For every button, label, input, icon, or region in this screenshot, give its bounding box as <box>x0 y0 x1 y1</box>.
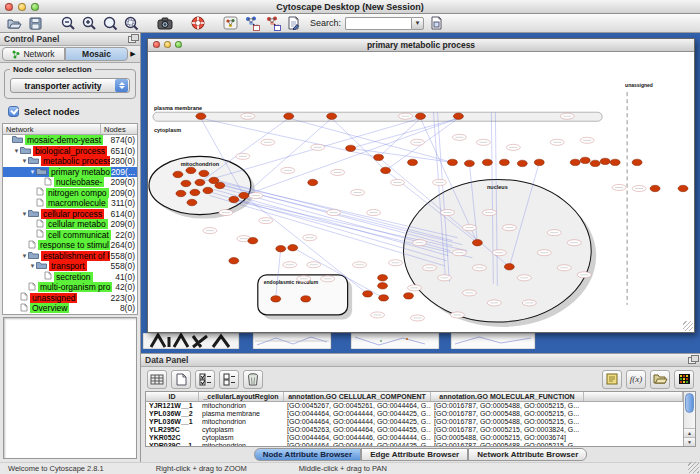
table-scrollbar[interactable]: ▲ ▼ <box>683 392 695 446</box>
snapshot-camera-icon[interactable] <box>156 15 173 31</box>
tree-row[interactable]: ▼metabolic process280(0) <box>3 156 137 167</box>
network-node[interactable] <box>378 275 388 281</box>
expand-arrow-icon[interactable]: ▼ <box>21 253 28 259</box>
network-node[interactable] <box>379 295 389 301</box>
scrollbar-thumb[interactable] <box>685 393 694 413</box>
import-network-icon[interactable] <box>243 15 260 31</box>
network-window-resize-grip[interactable] <box>683 321 693 331</box>
tree-row[interactable]: unassigned223(0) <box>3 293 137 304</box>
network-node[interactable] <box>504 264 514 270</box>
node-color-attribute-select[interactable]: transporter activity <box>10 78 130 93</box>
table-row[interactable]: YJR121W__1mitochondrion[GO:0045267, GO:0… <box>146 402 683 410</box>
network-node[interactable] <box>346 145 356 151</box>
network-node[interactable] <box>271 296 281 302</box>
formula-builder-icon[interactable]: f(x) <box>626 370 646 389</box>
tree-column-nodes[interactable]: Nodes <box>101 124 137 134</box>
network-node[interactable] <box>580 157 590 163</box>
network-node[interactable] <box>195 179 205 185</box>
zoom-window-button[interactable] <box>31 3 39 11</box>
network-node[interactable] <box>600 158 610 164</box>
search-dropdown-icon[interactable]: ▼ <box>411 17 424 30</box>
expand-arrow-icon[interactable]: ▼ <box>29 263 36 269</box>
network-node[interactable] <box>678 185 688 191</box>
unselect-all-attributes-icon[interactable] <box>219 370 239 389</box>
network-node[interactable] <box>186 167 196 173</box>
network-node[interactable] <box>632 159 642 165</box>
attribute-matrix-icon[interactable] <box>674 370 694 389</box>
column-header[interactable]: ID <box>146 392 199 401</box>
network-node[interactable] <box>308 179 318 185</box>
network-node[interactable] <box>453 113 463 119</box>
expand-arrow-icon[interactable]: ▼ <box>13 148 20 154</box>
zoom-out-icon[interactable] <box>60 15 77 31</box>
network-node[interactable] <box>363 291 373 297</box>
tree-row[interactable]: Overview8(0) <box>3 303 137 314</box>
search-input[interactable] <box>345 17 411 30</box>
column-header[interactable]: annotation.GO MOLECULAR_FUNCTION <box>431 392 584 401</box>
network-node[interactable] <box>404 293 414 299</box>
column-header[interactable]: annotation.GO CELLULAR_COMPONENT <box>284 392 431 401</box>
network-node[interactable] <box>472 239 482 245</box>
expand-arrow-icon[interactable]: ▼ <box>29 169 36 175</box>
table-row[interactable]: YDR039C__1mitochondrion[GO:0044464, GO:0… <box>146 442 683 446</box>
import-attributes-file-icon[interactable] <box>650 370 670 389</box>
network-node[interactable] <box>196 113 206 119</box>
expand-arrow-icon[interactable]: ▼ <box>21 211 28 217</box>
session-note-icon[interactable] <box>428 15 445 31</box>
network-node[interactable] <box>570 159 580 165</box>
tree-row[interactable]: cell communicat22(0) <box>3 230 137 241</box>
table-row[interactable]: YPL036W__1mitochondrion[GO:0044464, GO:0… <box>146 418 683 426</box>
tree-row[interactable]: ▼biological_process651(0) <box>3 146 137 157</box>
tree-row[interactable]: multi-organism pro42(0) <box>3 282 137 293</box>
network-node[interactable] <box>378 283 388 289</box>
open-file-icon[interactable] <box>6 15 23 31</box>
network-node[interactable] <box>229 196 239 202</box>
network-node[interactable] <box>610 159 620 165</box>
network-node[interactable] <box>499 159 509 165</box>
table-row[interactable]: YLR295Ccytoplasm[GO:0045263, GO:0044464,… <box>146 426 683 434</box>
tree-row[interactable]: ▼establishment of lo558(0) <box>3 251 137 262</box>
annotation-icon[interactable] <box>222 15 239 31</box>
network-node[interactable] <box>284 113 294 119</box>
tab-node-attribute-browser[interactable]: Node Attribute Browser <box>254 448 362 461</box>
tree-row[interactable]: ▼transport558(0) <box>3 261 137 272</box>
data-panel-float-icon[interactable] <box>688 357 696 364</box>
import-attributes-icon[interactable] <box>264 15 281 31</box>
birds-eye-view-panel[interactable] <box>3 317 137 459</box>
close-button[interactable] <box>5 3 13 11</box>
select-attributes-icon[interactable] <box>147 370 167 389</box>
save-session-icon[interactable] <box>27 15 44 31</box>
network-node[interactable] <box>517 160 527 166</box>
tree-row[interactable]: macromolecule311(0) <box>3 198 137 209</box>
zoom-selected-region-icon[interactable] <box>123 15 140 31</box>
zoom-in-icon[interactable] <box>81 15 98 31</box>
network-node[interactable] <box>301 296 311 302</box>
help-lifering-icon[interactable] <box>189 15 206 31</box>
tab-mosaic[interactable]: Mosaic <box>65 47 128 61</box>
tab-overflow-arrow-icon[interactable]: ▶ <box>128 50 138 58</box>
tab-network-attribute-browser[interactable]: Network Attribute Browser <box>468 448 587 461</box>
network-node[interactable] <box>288 244 298 250</box>
edit-session-note-icon[interactable] <box>285 15 302 31</box>
tree-row[interactable]: nitrogen compo209(0) <box>3 188 137 199</box>
zoom-fit-icon[interactable] <box>102 15 119 31</box>
network-node[interactable] <box>464 160 474 166</box>
tree-column-network[interactable]: Network <box>3 124 101 134</box>
network-node[interactable] <box>190 189 200 195</box>
tree-row[interactable]: ▼primary metabo209(... <box>3 167 137 178</box>
expand-arrow-icon[interactable]: ▼ <box>21 158 28 164</box>
tab-network[interactable]: Network <box>2 47 65 61</box>
delete-attribute-icon[interactable] <box>243 370 263 389</box>
select-all-attributes-icon[interactable] <box>195 370 215 389</box>
tree-row[interactable]: nucleobase-209(0) <box>3 177 137 188</box>
table-row[interactable]: YKR052Ccytoplasm[GO:0044464, GO:0044446,… <box>146 434 683 442</box>
network-node[interactable] <box>276 245 286 251</box>
window-resize-grip[interactable] <box>688 462 699 473</box>
network-node[interactable] <box>534 159 544 165</box>
network-node[interactable] <box>176 190 186 196</box>
network-node[interactable] <box>199 170 209 176</box>
network-node[interactable] <box>215 182 225 188</box>
network-view-titlebar[interactable]: primary metabolic process <box>148 39 694 52</box>
column-header[interactable]: _cellularLayoutRegion <box>199 392 284 401</box>
network-node[interactable] <box>374 154 384 160</box>
